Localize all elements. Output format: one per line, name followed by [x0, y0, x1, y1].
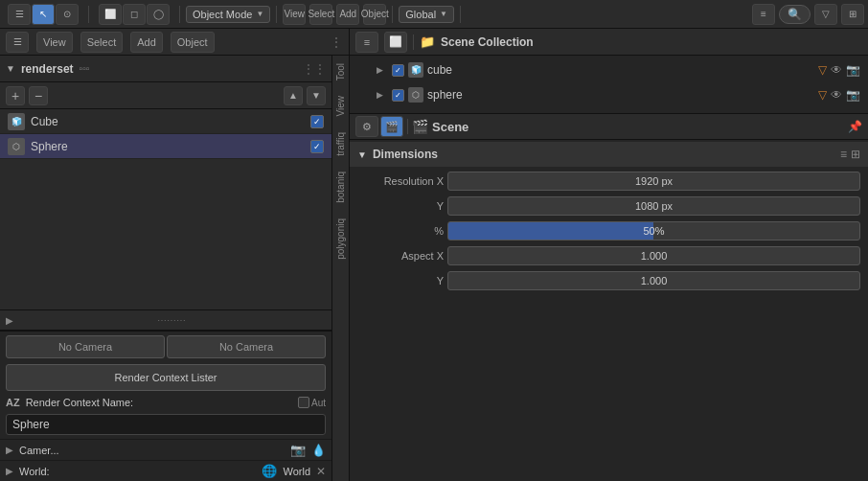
- outliner-header-btn[interactable]: ≡: [752, 4, 775, 25]
- renderset-title: renderset: [21, 62, 74, 76]
- res-x-text: 1920 px: [635, 175, 673, 187]
- settings-btn[interactable]: ⊞: [841, 4, 864, 25]
- toolbar-cursor-btn[interactable]: ⊙: [56, 4, 79, 25]
- auto-check[interactable]: [298, 397, 309, 408]
- left-select-btn[interactable]: Select: [80, 32, 124, 53]
- coll-cube-check[interactable]: ✓: [392, 64, 404, 77]
- collection-item-sphere[interactable]: ▶ ✓ ⬡ sphere ▽ 👁 📷: [350, 82, 868, 107]
- left-add-btn[interactable]: Add: [130, 32, 163, 53]
- renderset-list: 🧊 Cube ⬡ Sphere: [0, 109, 331, 309]
- world-clear-btn[interactable]: ✕: [316, 465, 326, 478]
- camera-property-row: ▶ Camer... 📷 💧: [0, 439, 331, 460]
- list-item[interactable]: ⬡ Sphere: [0, 134, 331, 159]
- coll-cube-eye[interactable]: 👁: [831, 63, 842, 77]
- filter-btn[interactable]: ▽: [814, 4, 837, 25]
- dim-rows: Resolution X 1920 px Y 1080 px: [350, 167, 868, 295]
- add-item-btn[interactable]: +: [6, 86, 25, 105]
- sphere-checkbox[interactable]: [310, 140, 324, 153]
- render-context-lister-btn[interactable]: Render Context Lister: [6, 364, 326, 391]
- list-item[interactable]: 🧊 Cube: [0, 109, 331, 134]
- props-scene-btn[interactable]: 🎬: [380, 116, 403, 137]
- main-content: ☰ View Select Add Object ⋮ ▼ renderset ▫…: [0, 29, 868, 481]
- props-mode-btn[interactable]: ⚙: [355, 116, 378, 137]
- view-menu-btn[interactable]: View: [283, 4, 306, 25]
- tab-botaniq[interactable]: botaniq: [333, 164, 348, 211]
- coll-sphere-icon: ⬡: [408, 87, 423, 103]
- outliner-content: ▶ ✓ 🧊 cube ▽ 👁 📷 ▶ ✓ ⬡ sphere: [350, 56, 868, 481]
- global-dropdown[interactable]: Global ▼: [399, 6, 454, 23]
- az-icon: AZ: [6, 397, 20, 408]
- left-header-menu-btn[interactable]: ☰: [6, 32, 29, 53]
- outliner-sep: [413, 34, 414, 50]
- outliner-view2-btn[interactable]: ⬜: [384, 32, 407, 53]
- context-name-input[interactable]: [6, 414, 326, 435]
- props-pin-btn[interactable]: 📌: [848, 120, 862, 133]
- coll-sphere-triangle: ▽: [818, 88, 827, 102]
- renderset-more-btn[interactable]: ⋮⋮: [303, 62, 326, 76]
- toolbar-sep4: [392, 6, 393, 23]
- dim-row-aspect-x: Aspect X 1.000: [350, 243, 868, 268]
- move-up-btn[interactable]: ▲: [284, 86, 303, 105]
- global-label: Global: [405, 9, 436, 20]
- coll-sphere-cam[interactable]: 📷: [846, 88, 860, 102]
- coll-sphere-arrow[interactable]: ▶: [377, 90, 388, 100]
- toolbar-menu-btn[interactable]: ☰: [8, 4, 31, 25]
- left-view-btn[interactable]: View: [36, 32, 73, 53]
- dim-row-res-y: Y 1080 px: [350, 194, 868, 218]
- scene-collection-title: Scene Collection: [441, 35, 534, 49]
- toolbar-box-btn[interactable]: ⬜: [99, 4, 122, 25]
- aspect-y-value[interactable]: 1.000: [447, 271, 860, 290]
- camera-btn-2[interactable]: No Camera: [167, 335, 326, 358]
- res-x-value[interactable]: 1920 px: [447, 172, 860, 191]
- left-content-wrapper: ▼ renderset ▫▫▫ ⋮⋮ + − ▲ ▼ 🧊: [0, 56, 349, 481]
- left-header-more[interactable]: ⋮: [330, 34, 343, 50]
- remove-item-btn[interactable]: −: [29, 86, 48, 105]
- move-down-btn[interactable]: ▼: [307, 86, 326, 105]
- camera-btn-1[interactable]: No Camera: [6, 335, 165, 358]
- aspect-x-text: 1.000: [641, 250, 668, 262]
- percent-value[interactable]: 50%: [447, 221, 860, 240]
- object-menu-btn[interactable]: Object: [363, 4, 386, 25]
- list-toolbar: + − ▲ ▼: [0, 82, 331, 109]
- dim-title: Dimensions: [373, 148, 438, 161]
- coll-cube-cam[interactable]: 📷: [846, 63, 860, 77]
- tab-view[interactable]: View: [333, 88, 348, 125]
- aspect-y-text: 1.000: [641, 275, 668, 286]
- search-box[interactable]: 🔍: [779, 5, 811, 24]
- global-dropdown-arrow: ▼: [440, 10, 447, 18]
- select-menu-btn[interactable]: Select: [309, 4, 332, 25]
- add-menu-btn[interactable]: Add: [336, 4, 359, 25]
- left-object-btn[interactable]: Object: [171, 32, 215, 53]
- outliner-type-btn[interactable]: ≡: [355, 32, 378, 53]
- object-label: Object: [361, 9, 389, 19]
- tab-traffiq[interactable]: traffiq: [333, 125, 348, 164]
- renderset-expand-arrow[interactable]: ▼: [6, 63, 15, 74]
- cube-checkbox[interactable]: [310, 115, 324, 128]
- world-icon: 🌐: [262, 464, 277, 478]
- toolbar-circle-btn[interactable]: ◯: [147, 4, 170, 25]
- toolbar-lasso-btn[interactable]: ◻: [123, 4, 146, 25]
- coll-sphere-eye[interactable]: 👁: [831, 88, 842, 102]
- dimensions-header[interactable]: ▼ Dimensions ≡ ⊞: [350, 142, 868, 167]
- coll-sphere-check[interactable]: ✓: [392, 89, 404, 102]
- coll-cube-triangle: ▽: [818, 63, 827, 77]
- aspect-x-value[interactable]: 1.000: [447, 246, 860, 265]
- tab-tool[interactable]: Tool: [333, 56, 348, 88]
- collection-item-cube[interactable]: ▶ ✓ 🧊 cube ▽ 👁 📷: [350, 57, 868, 82]
- dim-row-aspect-y: Y 1.000: [350, 268, 868, 293]
- eyedrop-icon[interactable]: 💧: [311, 444, 326, 457]
- world-expand-arrow[interactable]: ▶: [6, 466, 13, 476]
- left-panel: ☰ View Select Add Object ⋮ ▼ renderset ▫…: [0, 29, 350, 481]
- camera-expand-arrow[interactable]: ▶: [6, 445, 13, 455]
- play-btn[interactable]: ▶: [6, 315, 13, 326]
- scene-title-icon: 🎬: [412, 119, 428, 134]
- res-y-value[interactable]: 1080 px: [447, 196, 860, 216]
- object-mode-dropdown[interactable]: Object Mode ▼: [186, 6, 270, 23]
- toolbar-select-btn[interactable]: ↖: [32, 4, 55, 25]
- context-name-label: Render Context Name:: [26, 397, 134, 408]
- toolbar-sep5: [460, 6, 461, 23]
- dim-grid-btn[interactable]: ⊞: [851, 148, 860, 161]
- dim-list-btn[interactable]: ≡: [840, 148, 847, 161]
- tab-polygoniq[interactable]: polygoniq: [333, 211, 348, 267]
- coll-cube-arrow[interactable]: ▶: [377, 65, 388, 75]
